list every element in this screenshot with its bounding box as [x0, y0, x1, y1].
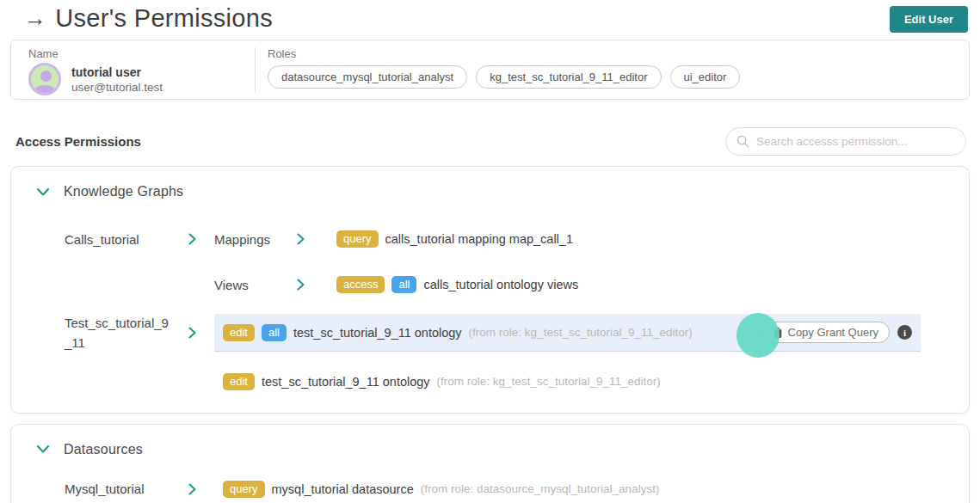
- search-input[interactable]: [756, 135, 955, 148]
- chevron-right-icon: [297, 233, 305, 245]
- kg-name: Calls_tutorial: [65, 232, 188, 247]
- permission-row-highlighted: Test_sc_tutorial_9_11 edit all test_sc_t…: [65, 313, 921, 353]
- info-icon[interactable]: i: [897, 325, 912, 340]
- user-avatar: [28, 63, 61, 95]
- access-permissions-heading: Access Permissions: [15, 134, 141, 149]
- page-title: → User's Permissions: [24, 4, 273, 33]
- permission-text: test_sc_tutorial_9_11 ontology: [262, 375, 430, 389]
- chevron-right-icon: [188, 327, 196, 339]
- user-card-name-section: Name tutorial user user@tutorial.test: [11, 40, 255, 99]
- back-arrow-icon: →: [24, 5, 46, 32]
- from-role-text: (from role: kg_test_sc_tutorial_9_11_edi…: [437, 375, 661, 388]
- permission-badge: edit: [223, 373, 255, 390]
- chevron-down-icon: [37, 188, 49, 196]
- kg-sub-type: Views: [214, 278, 297, 292]
- chevron-right-icon: [188, 483, 196, 495]
- permission-row: edit test_sc_tutorial_9_11 ontology (fro…: [65, 365, 921, 399]
- permission-text: mysql_tutorial datasource: [272, 482, 414, 496]
- name-label: Name: [28, 47, 255, 60]
- datasource-name: Mysql_tutorial: [65, 482, 188, 496]
- copy-grant-query-button[interactable]: Copy Grant Query: [761, 322, 891, 343]
- permission-badge: query: [336, 230, 379, 248]
- role-chip: ui_editor: [670, 65, 741, 89]
- search-icon: [737, 135, 749, 148]
- user-name: tutorial user: [71, 65, 163, 79]
- clipboard-icon: [773, 327, 783, 339]
- permission-badge: all: [262, 324, 287, 341]
- datasources-panel: Datasources Mysql_tutorial query mysql_t…: [10, 424, 970, 503]
- panel-title: Knowledge Graphs: [64, 184, 183, 199]
- datasources-header[interactable]: Datasources: [11, 442, 969, 457]
- user-card: Name tutorial user user@tutorial.test Ro…: [10, 40, 970, 100]
- top-bar: → User's Permissions Edit User: [0, 0, 980, 33]
- user-card-roles-section: Roles datasource_mysql_tutorial_analyst …: [256, 40, 969, 99]
- roles-label: Roles: [268, 47, 969, 60]
- permission-badge: edit: [223, 324, 255, 341]
- kg-sub-type: Mappings: [214, 232, 297, 247]
- permission-badge: all: [391, 276, 416, 293]
- chevron-down-icon: [37, 445, 49, 453]
- permission-row: Mysql_tutorial query mysql_tutorial data…: [65, 476, 921, 502]
- panel-title: Datasources: [64, 442, 143, 457]
- highlighted-permission[interactable]: edit all test_sc_tutorial_9_11 ontology …: [214, 314, 921, 352]
- permission-badge: query: [223, 481, 265, 498]
- permission-text: calls_tutorial mapping map_call_1: [385, 232, 573, 246]
- permission-badge: access: [336, 276, 385, 293]
- permission-text: calls_tutorial ontology views: [423, 278, 578, 291]
- chevron-right-icon: [188, 233, 196, 245]
- kg-name: Test_sc_tutorial_9_11: [65, 313, 188, 353]
- permission-row: Calls_tutorial Mappings query calls_tuto…: [65, 222, 921, 256]
- role-chip: datasource_mysql_tutorial_analyst: [268, 65, 467, 89]
- user-email: user@tutorial.test: [71, 81, 163, 94]
- chevron-right-icon: [297, 279, 305, 291]
- knowledge-graphs-header[interactable]: Knowledge Graphs: [11, 184, 969, 199]
- from-role-text: (from role: datasource_mysql_tutorial_an…: [421, 482, 660, 495]
- edit-user-button[interactable]: Edit User: [890, 6, 968, 33]
- search-box[interactable]: [725, 127, 966, 156]
- knowledge-graphs-panel: Knowledge Graphs Calls_tutorial Mappings…: [10, 166, 970, 414]
- page-title-text: User's Permissions: [55, 4, 273, 33]
- role-chip: kg_test_sc_tutorial_9_11_editor: [476, 65, 661, 89]
- from-role-text: (from role: kg_test_sc_tutorial_9_11_edi…: [469, 326, 693, 339]
- permission-text: test_sc_tutorial_9_11 ontology: [293, 326, 462, 340]
- permission-row: Views access all calls_tutorial ontology…: [65, 267, 921, 302]
